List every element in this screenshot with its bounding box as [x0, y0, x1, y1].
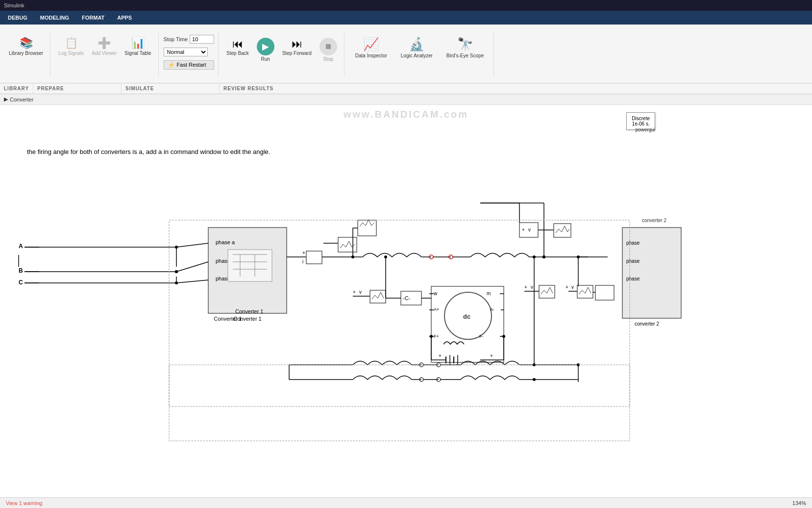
svg-point-13: [175, 270, 178, 273]
svg-point-104: [419, 363, 423, 367]
review-section: 📈 Data Inspector 🔬 Logic Analyzer 🔭 Bird…: [345, 33, 494, 77]
svg-point-93: [430, 335, 433, 338]
menu-modeling[interactable]: MODELING: [34, 13, 75, 23]
status-warning[interactable]: View 1 warning: [6, 500, 42, 506]
converter2-label: converter 2: [642, 218, 666, 223]
svg-text:C: C: [19, 279, 23, 286]
svg-rect-35: [306, 251, 322, 264]
svg-text:+: +: [490, 353, 493, 358]
stop-icon: ⏹: [320, 38, 337, 55]
fast-restart-label: Fast Restart: [177, 62, 206, 68]
stop-label: Stop: [323, 56, 333, 62]
canvas-area[interactable]: www.BANDICAM.com Discrete 1e-06 s. power…: [0, 105, 812, 497]
signal-table-icon: 📊: [131, 37, 145, 50]
log-signals-label: Log Signals: [58, 51, 84, 56]
svg-text:phase c: phase c: [216, 276, 235, 281]
app-title: Simulink: [4, 2, 25, 8]
breadcrumb: ▶ Converter: [0, 94, 812, 105]
section-labels-row: LIBRARY PREPARE SIMULATE REVIEW RESULTS: [0, 83, 812, 94]
log-signals-button[interactable]: 📋 Log Signals: [55, 35, 87, 58]
svg-rect-69: [431, 286, 504, 362]
breadcrumb-item[interactable]: Converter: [10, 97, 33, 102]
svg-rect-96: [401, 291, 421, 305]
diagram-svg: A B C phase a phase b phase c Converter …: [0, 105, 812, 497]
svg-rect-64: [539, 285, 555, 298]
svg-text:A+: A+: [434, 307, 439, 312]
birds-eye-icon: 🔭: [457, 37, 473, 52]
data-inspector-label: Data Inspector: [355, 53, 387, 59]
stop-button[interactable]: ⏹ Stop: [317, 37, 340, 63]
library-browser-button[interactable]: 📚 Library Browser: [6, 35, 46, 58]
menu-apps[interactable]: APPS: [111, 13, 138, 23]
svg-text:phase a: phase a: [216, 239, 235, 245]
svg-text:converter 2: converter 2: [635, 321, 659, 327]
menu-format[interactable]: FORMAT: [76, 13, 110, 23]
simulate-section-label: SIMULATE: [122, 83, 220, 94]
library-section: 📚 Library Browser: [2, 33, 50, 77]
titlebar: Simulink: [0, 0, 812, 11]
svg-point-56: [542, 255, 545, 258]
svg-point-29: [175, 246, 178, 249]
svg-rect-128: [622, 228, 681, 318]
svg-point-51: [429, 255, 433, 259]
add-viewer-button[interactable]: ➕ Add Viewer: [89, 35, 120, 58]
breadcrumb-arrow: ▶: [4, 96, 8, 102]
svg-rect-18: [228, 250, 272, 281]
svg-point-101: [384, 255, 387, 258]
svg-text:+: +: [522, 227, 525, 232]
run-button[interactable]: ▶ Run: [254, 37, 277, 63]
svg-rect-45: [519, 223, 538, 237]
birds-eye-button[interactable]: 🔭 Bird's-Eye Scope: [443, 35, 488, 61]
svg-rect-14: [208, 228, 287, 313]
svg-rect-125: [577, 285, 593, 298]
step-back-label: Step Back: [226, 51, 249, 56]
powergui-label: powergui: [635, 127, 655, 132]
svg-rect-68: [370, 290, 386, 303]
data-inspector-button[interactable]: 📈 Data Inspector: [351, 35, 391, 61]
step-forward-button[interactable]: ⏭ Step Forward: [279, 37, 315, 57]
library-browser-label: Library Browser: [9, 51, 43, 56]
stop-time-input[interactable]: [190, 35, 214, 44]
logic-analyzer-button[interactable]: 🔬 Logic Analyzer: [397, 35, 437, 61]
svg-text:v: v: [359, 289, 362, 295]
svg-text:phase: phase: [626, 258, 640, 264]
step-back-button[interactable]: ⏮ Step Back: [223, 37, 252, 57]
svg-line-27: [176, 262, 208, 272]
svg-text:Converter 1: Converter 1: [233, 316, 261, 322]
svg-point-53: [449, 255, 453, 259]
svg-rect-134: [169, 365, 630, 441]
birds-eye-label: Bird's-Eye Scope: [446, 53, 484, 59]
menu-debug[interactable]: DEBUG: [2, 13, 33, 23]
svg-point-111: [577, 363, 580, 366]
svg-text:i: i: [302, 259, 303, 264]
logic-analyzer-icon: 🔬: [409, 37, 424, 52]
svg-point-39: [351, 255, 354, 258]
toolbar: 📚 Library Browser 📋 Log Signals ➕ Add Vi…: [0, 25, 812, 83]
svg-point-106: [437, 363, 441, 367]
run-play-icon: ▶: [257, 38, 274, 55]
svg-line-28: [176, 280, 208, 283]
svg-text:Converter 1: Converter 1: [214, 316, 242, 322]
fast-restart-button[interactable]: ⚡ Fast Restart: [164, 60, 215, 70]
mode-select[interactable]: Normal Accelerator Rapid Accelerator: [164, 48, 208, 56]
svg-text:dc: dc: [463, 313, 470, 320]
watermark: www.BANDICAM.com: [344, 109, 468, 120]
svg-text:+: +: [353, 289, 356, 295]
svg-point-117: [437, 378, 441, 381]
svg-text:phase b: phase b: [216, 258, 235, 264]
data-inspector-icon: 📈: [363, 37, 379, 52]
svg-rect-37: [338, 237, 357, 252]
svg-text:F-: F-: [479, 334, 484, 339]
signal-table-button[interactable]: 📊 Signal Table: [122, 35, 154, 58]
svg-text:v: v: [531, 284, 533, 290]
annotation-text: the firing angle for both of converters …: [27, 148, 270, 155]
svg-rect-40: [358, 220, 376, 236]
log-signals-icon: 📋: [65, 37, 78, 50]
svg-point-115: [419, 378, 423, 381]
prepare-section: 📋 Log Signals ➕ Add Viewer 📊 Signal Tabl…: [51, 33, 159, 77]
run-label: Run: [261, 56, 270, 62]
svg-text:m: m: [487, 291, 491, 296]
svg-text:B: B: [19, 267, 23, 274]
svg-text:+: +: [524, 284, 527, 290]
svg-point-109: [533, 363, 536, 366]
